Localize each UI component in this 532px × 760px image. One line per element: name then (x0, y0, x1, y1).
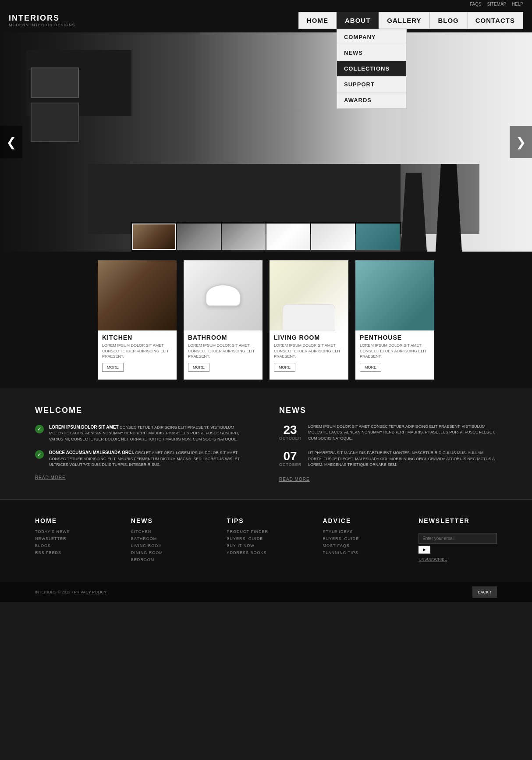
newsletter-submit-button[interactable]: ▶ (419, 546, 430, 554)
footer-news-kitchen[interactable]: KITCHEN (131, 529, 209, 534)
footer-news-dining[interactable]: DINING ROOM (131, 550, 209, 555)
site-logo: INTERIORS (9, 14, 96, 23)
news-text-1: LOREM IPSUM DOLOR SIT AMET CONSEC TETUER… (308, 424, 497, 442)
welcome-heading-2: DONCE ACCUMSAN MALESUADA ORCI. (49, 450, 134, 455)
footer-news-bedroom[interactable]: BEDROOM (131, 558, 209, 562)
footer-news-title: NEWS (131, 517, 209, 524)
unsubscribe-link[interactable]: UNSUBSCRIBE (419, 557, 497, 561)
nav-gallery[interactable]: GALLERY (379, 12, 429, 29)
footer-news-bathroom[interactable]: BATHROOM (131, 536, 209, 541)
thumb-6[interactable] (356, 224, 400, 250)
back-to-top-button[interactable]: BACK ↑ (472, 586, 497, 598)
welcome-title: WELCOME (35, 406, 253, 415)
privacy-policy-link[interactable]: PRIVACY POLICY (74, 590, 106, 594)
gallery-card-bathroom[interactable]: BATHROOM LOREM IPSUM DOLOR SIT AMET CONS… (184, 260, 262, 380)
footer-col-news: NEWS KITCHEN BATHROOM LIVING ROOM DINING… (131, 517, 209, 565)
bottom-bar: INTERIORS © 2012 • PRIVACY POLICY BACK ↑ (0, 582, 532, 602)
news-month-2: OCTOBER (279, 462, 301, 467)
footer-advice-faqs[interactable]: MOST FAQS (323, 543, 401, 548)
kitchen-more-button[interactable]: MORE (102, 363, 124, 372)
gallery-card-living[interactable]: LIVING ROOM LOREM IPSUM DOLOR SIT AMET C… (270, 260, 348, 380)
copyright-text: INTERIORS © 2012 • PRIVACY POLICY (35, 590, 106, 594)
help-link[interactable]: HELP (512, 2, 523, 7)
footer-tips-buy[interactable]: BUY IT NOW (227, 543, 305, 548)
thumb-1[interactable] (132, 224, 176, 250)
footer-news-living[interactable]: LIVING ROOM (131, 543, 209, 548)
hero-slider: ❮ ❯ (0, 32, 532, 252)
news-day-1: 23 (279, 424, 301, 436)
footer-todays-news[interactable]: TODAY'S NEWS (35, 529, 113, 534)
gallery-card-penthouse[interactable]: PENTHOUSE LOREM IPSUM DOLOR SIT AMET CON… (355, 260, 434, 380)
gallery-card-kitchen[interactable]: KITCHEN LOREM IPSUM DOLOR SIT AMET CONSE… (98, 260, 177, 380)
news-title: NEWS (279, 406, 497, 415)
footer-newsletter-title: NEWSLETTER (419, 517, 497, 524)
footer-col-newsletter: NEWSLETTER ▶ UNSUBSCRIBE (419, 517, 497, 565)
microwave-shape (31, 67, 79, 98)
dropdown-support[interactable]: SUPPORT (337, 77, 406, 92)
dropdown-news[interactable]: NEWS (337, 45, 406, 61)
footer-newsletter[interactable]: NEWSLETTER (35, 536, 113, 541)
living-card-image (270, 260, 348, 330)
footer-navigation: HOME TODAY'S NEWS NEWSLETTER BLOGS RSS F… (0, 500, 532, 582)
news-item-1: 23 OCTOBER LOREM IPSUM DOLOR SIT AMET CO… (279, 424, 497, 442)
welcome-section: WELCOME ✓ LOREM IPSUM DOLOR SIT AMET CON… (35, 406, 253, 482)
footer-col-home: HOME TODAY'S NEWS NEWSLETTER BLOGS RSS F… (35, 517, 113, 565)
thumb-4[interactable] (266, 224, 310, 250)
dropdown-collections[interactable]: COLLECTIONS (337, 61, 406, 77)
footer-blogs[interactable]: BLOGS (35, 543, 113, 548)
news-item-2: 07 OCTOBER UT PHARETRA SIT MAGNA DIS PAR… (279, 450, 497, 468)
site-tagline: MODERN INTERIOR DESIGNS (9, 23, 96, 27)
footer-col-tips: TIPS PRODUCT FINDER BUYERS' GUIDE BUY IT… (227, 517, 305, 565)
footer-advice-title: ADVICE (323, 517, 401, 524)
gallery-strip: KITCHEN LOREM IPSUM DOLOR SIT AMET CONSE… (0, 252, 532, 388)
nav-contacts[interactable]: CONTACTS (467, 12, 523, 29)
sitemap-link[interactable]: SITEMAP (487, 2, 506, 7)
footer-advice-planning[interactable]: PLANNING TIPS (323, 550, 401, 555)
welcome-read-more[interactable]: READ MORE (35, 475, 253, 480)
news-date-2: 07 OCTOBER (279, 450, 301, 468)
thumb-3[interactable] (222, 224, 266, 250)
footer-advice-style[interactable]: STYLE IDEAS (323, 529, 401, 534)
kitchen-card-desc: LOREM IPSUM DOLOR SIT AMET CONSEC TETUER… (98, 343, 177, 359)
main-navigation: HOME ABOUT COMPANY NEWS COLLECTIONS SUPP… (298, 12, 523, 29)
nav-about[interactable]: ABOUT (337, 12, 379, 29)
main-content: WELCOME ✓ LOREM IPSUM DOLOR SIT AMET CON… (0, 388, 532, 499)
news-section: NEWS 23 OCTOBER LOREM IPSUM DOLOR SIT AM… (279, 406, 497, 482)
bathroom-card-desc: LOREM IPSUM DOLOR SIT AMET CONSEC TETUER… (184, 343, 262, 359)
welcome-heading-1: LOREM IPSUM DOLOR SIT AMET (49, 425, 119, 430)
nav-about-wrapper: ABOUT COMPANY NEWS COLLECTIONS SUPPORT A… (337, 12, 379, 29)
news-date-1: 23 OCTOBER (279, 424, 301, 442)
penthouse-card-image (355, 260, 434, 330)
faqs-link[interactable]: FAQS (470, 2, 482, 7)
footer-col-advice: ADVICE STYLE IDEAS BUYERS' GUIDE MOST FA… (323, 517, 401, 565)
newsletter-email-input[interactable] (419, 533, 497, 544)
thumb-5[interactable] (311, 224, 355, 250)
footer-home-title: HOME (35, 517, 113, 524)
oven-shape (31, 103, 79, 142)
dropdown-awards[interactable]: AWARDS (337, 92, 406, 108)
nav-blog[interactable]: BLOG (429, 12, 467, 29)
footer-tips-title: TIPS (227, 517, 305, 524)
thumbnail-strip (131, 222, 401, 252)
footer-advice-buyers[interactable]: BUYERS' GUIDE (323, 536, 401, 541)
footer-tips-product[interactable]: PRODUCT FINDER (227, 529, 305, 534)
news-read-more[interactable]: READ MORE (279, 477, 497, 482)
check-icon-2: ✓ (35, 450, 44, 459)
footer-tips-buyers[interactable]: BUYERS' GUIDE (227, 536, 305, 541)
footer-rss[interactable]: RSS FEEDS (35, 550, 113, 555)
check-icon-1: ✓ (35, 425, 44, 433)
slider-next-button[interactable]: ❯ (510, 126, 532, 158)
penthouse-more-button[interactable]: MORE (360, 363, 381, 372)
nav-home[interactable]: HOME (298, 12, 337, 29)
welcome-text-2: DONCE ACCUMSAN MALESUADA ORCI. ORCI ET A… (49, 449, 253, 468)
bathroom-more-button[interactable]: MORE (188, 363, 209, 372)
living-more-button[interactable]: MORE (274, 363, 295, 372)
kitchen-card-title: KITCHEN (98, 330, 177, 343)
kitchen-card-image (98, 260, 177, 330)
footer-tips-address[interactable]: ADDRESS BOOKS (227, 550, 305, 555)
dropdown-company[interactable]: COMPANY (337, 29, 406, 45)
penthouse-card-desc: LOREM IPSUM DOLOR SIT AMET CONSEC TETUER… (355, 343, 434, 359)
hero-background (0, 32, 532, 252)
thumb-2[interactable] (177, 224, 221, 250)
slider-prev-button[interactable]: ❮ (0, 126, 22, 158)
